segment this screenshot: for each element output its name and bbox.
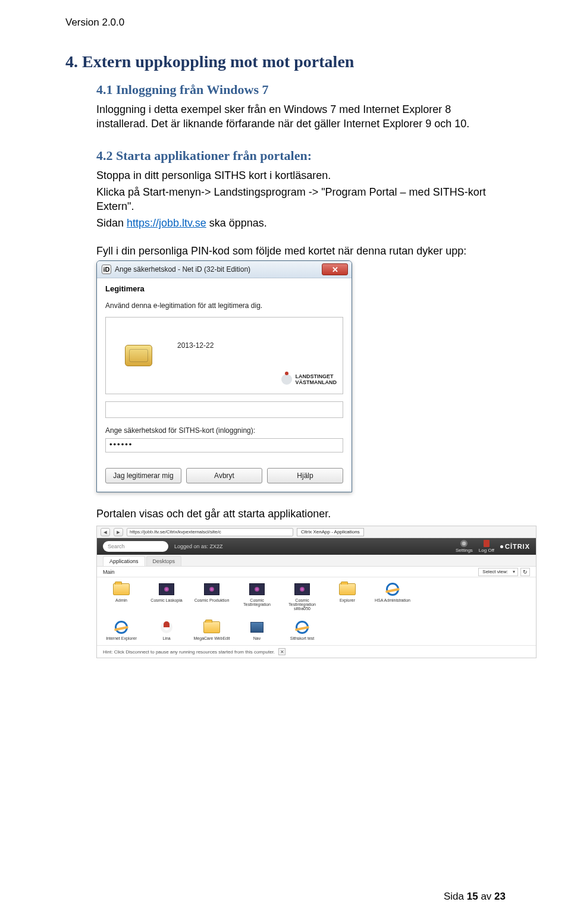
citrix-portal-screenshot: ◄ ► https://jobb.ltv.se/Citrix/kvpextern… [96, 526, 537, 658]
folder-icon [203, 620, 221, 634]
identity-select[interactable] [105, 401, 343, 418]
nav-back-button[interactable]: ◄ [101, 528, 110, 536]
landstinget-logo: LANDSTINGET VÄSTMANLAND [281, 373, 337, 385]
app-label: Cosmic Laskopia [150, 598, 182, 602]
close-icon: ✕ [332, 265, 338, 274]
app-label: Admin [115, 598, 127, 602]
search-input[interactable]: Search [103, 541, 168, 552]
cosmic-icon [293, 582, 311, 596]
tab-applications[interactable]: Applications [103, 556, 145, 566]
brand-line1: LANDSTINGET [296, 373, 337, 379]
logged-on-label: Logged on as: ZX2Z [174, 543, 223, 549]
netid-dialog: iD Ange säkerhetskod - Net iD (32-bit Ed… [96, 260, 352, 492]
citrix-logo: CİTRIX [500, 543, 530, 550]
portal-header: Search Logged on as: ZX2Z Settings Log O… [97, 538, 536, 555]
app-label: Cosmic Produktion [194, 598, 230, 602]
subsection-2-heading: 4.2 Starta applikationer från portalen: [96, 148, 506, 164]
cosmic-icon [203, 582, 221, 596]
paragraph-1: Inloggning i detta exempel sker från en … [96, 102, 506, 131]
app-label: Cosmic TestIntegration [239, 598, 275, 606]
dialog-helptext: Använd denna e-legitimation för att legi… [105, 301, 343, 310]
app-item[interactable]: HSA Administration [374, 582, 411, 611]
paragraph-5: Fyll i din personliga PIN-kod som följde… [96, 244, 506, 258]
version-label: Version 2.0.0 [65, 17, 506, 29]
ie-icon [293, 620, 311, 634]
pin-input[interactable]: •••••• [105, 438, 343, 452]
ie-icon [112, 620, 130, 634]
cosmic-icon [158, 582, 175, 596]
section-heading: 4. Extern uppkoppling mot mot portalen [65, 52, 506, 71]
hint-text: Hint: Click Disconnect to pause any runn… [103, 649, 275, 655]
app-label: Explorer [340, 598, 355, 602]
paragraph-3: Klicka på Start-menyn-> Landstingsprogra… [96, 185, 506, 214]
p4-suffix: ska öppnas. [206, 217, 267, 229]
app-item[interactable]: Explorer [329, 582, 366, 611]
app-label: Lina [162, 636, 170, 640]
app-label: HSA Administration [375, 598, 410, 602]
ok-button[interactable]: Jag legitimerar mig [105, 468, 181, 483]
dialog-heading: Legitimera [105, 284, 343, 293]
card-preview: 2013-12-22 LANDSTINGET VÄSTMANLAND [105, 317, 343, 394]
portal-tabs: Applications Desktops [97, 555, 536, 567]
app-item[interactable]: MegaCare WebEdit [193, 620, 230, 640]
app-item[interactable]: Cosmic Produktion [193, 582, 230, 611]
refresh-button[interactable]: ↻ [520, 568, 530, 576]
app-item[interactable]: Cosmic TestIntegration siltba050 [284, 582, 321, 611]
help-button[interactable]: Hjälp [267, 468, 343, 483]
ie-icon [384, 582, 401, 596]
citrix-dot-icon [500, 545, 503, 548]
browser-tab[interactable]: Citrix XenApp - Applications [297, 528, 364, 536]
nav-forward-button[interactable]: ► [114, 528, 123, 536]
cosmic-icon [248, 582, 266, 596]
folder-icon [338, 582, 356, 596]
app-label: Cosmic TestIntegration siltba050 [284, 598, 321, 611]
app-label: MegaCare WebEdit [194, 636, 230, 640]
app-item[interactable]: Sithskort test [284, 620, 321, 640]
select-view[interactable]: Select view: [478, 568, 518, 576]
portal-hint: Hint: Click Disconnect to pause any runn… [97, 645, 536, 658]
refresh-icon: ↻ [523, 569, 528, 575]
paragraph-4: Sidan https://jobb.ltv.se ska öppnas. [96, 216, 506, 230]
dialog-titlebar: iD Ange säkerhetskod - Net iD (32-bit Ed… [97, 261, 352, 278]
cancel-button[interactable]: Avbryt [186, 468, 262, 483]
app-item[interactable]: Cosmic TestIntegration [239, 582, 275, 611]
subsection-1-heading: 4.1 Inloggning från Windows 7 [96, 82, 506, 98]
tab-desktops[interactable]: Desktops [146, 556, 182, 566]
pin-prompt: Ange säkerhetskod för SITHS-kort (inlogg… [105, 426, 343, 435]
app-label: Nav [253, 636, 261, 640]
brand-icon [281, 374, 292, 385]
apps-row-1: AdminCosmic LaskopiaCosmic ProduktionCos… [97, 577, 536, 615]
logoff-button[interactable]: Log Off [479, 540, 494, 553]
close-button[interactable]: ✕ [322, 263, 348, 275]
card-date: 2013-12-22 [177, 341, 337, 350]
lina-icon [158, 620, 175, 634]
portal-main-row: Main Select view: ↻ [97, 567, 536, 577]
p4-prefix: Sidan [96, 217, 127, 229]
app-label: Sithskort test [290, 636, 314, 640]
app-item[interactable]: Admin [103, 582, 140, 611]
chip-icon [125, 345, 152, 366]
browser-addressbar: ◄ ► https://jobb.ltv.se/Citrix/kvpextern… [97, 526, 536, 538]
apps-row-2: Internet ExplorerLinaMegaCare WebEditNav… [97, 615, 536, 645]
jobb-link[interactable]: https://jobb.ltv.se [127, 217, 206, 229]
app-label: Internet Explorer [106, 636, 137, 640]
paragraph-2: Stoppa in ditt personliga SITHS kort i k… [96, 168, 506, 183]
hint-close-button[interactable]: ✕ [278, 648, 286, 655]
app-item[interactable]: Internet Explorer [103, 620, 140, 640]
page-footer: Sida 15 av 23 [444, 891, 506, 903]
nav-icon [248, 620, 266, 634]
app-item[interactable]: Nav [239, 620, 275, 640]
gear-icon [460, 540, 468, 547]
app-item[interactable]: Cosmic Laskopia [148, 582, 185, 611]
portal-caption: Portalen visas och det går att starta ap… [96, 507, 506, 521]
settings-button[interactable]: Settings [456, 540, 473, 553]
folder-icon [112, 582, 130, 596]
brand-line2: VÄSTMANLAND [296, 379, 337, 385]
netid-icon: iD [102, 265, 111, 274]
logoff-icon [484, 540, 490, 547]
main-label: Main [103, 569, 115, 575]
app-item[interactable]: Lina [148, 620, 185, 640]
dialog-title: Ange säkerhetskod - Net iD (32-bit Editi… [115, 265, 250, 274]
address-field[interactable]: https://jobb.ltv.se/Citrix/kvpexternalsc… [127, 528, 293, 536]
